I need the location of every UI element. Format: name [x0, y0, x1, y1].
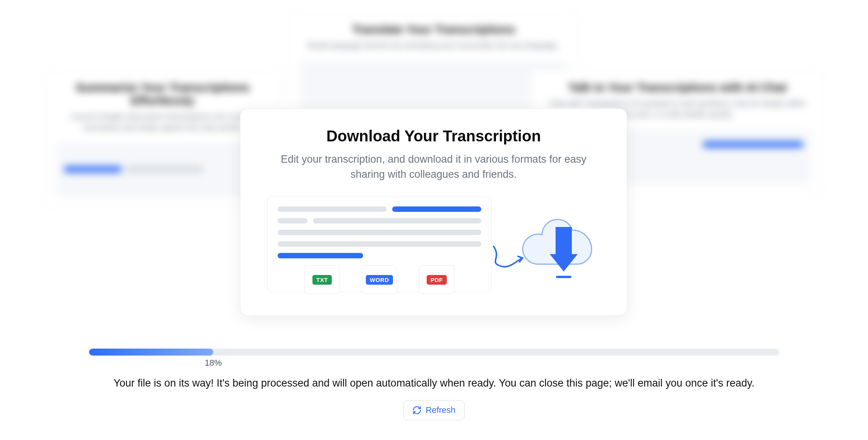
- format-word: WORD: [362, 265, 397, 294]
- refresh-icon: [412, 406, 422, 415]
- format-label: WORD: [366, 275, 393, 285]
- svg-rect-1: [556, 276, 571, 278]
- progress-bar-fill: [89, 349, 213, 356]
- bg-card-desc: Break language barriers by translating y…: [300, 40, 567, 51]
- card-title: Download Your Transcription: [264, 127, 604, 145]
- card-illustration: TXT WORD PDF: [264, 196, 604, 292]
- cloud-download-icon: [519, 196, 604, 281]
- document-preview-illustration: TXT WORD PDF: [267, 196, 492, 292]
- format-badges: TXT WORD PDF: [268, 265, 491, 294]
- progress-section: 18% Your file is on its way! It's being …: [89, 349, 779, 420]
- refresh-button-label: Refresh: [425, 405, 455, 415]
- download-arrow-and-cloud: [496, 196, 600, 289]
- format-label: PDF: [427, 275, 447, 285]
- refresh-button[interactable]: Refresh: [403, 400, 464, 420]
- progress-percent-label: 18%: [205, 358, 222, 368]
- bg-card-title: Summarize Your Transcriptions Effortless…: [56, 81, 269, 107]
- status-message: Your file is on its way! It's being proc…: [89, 377, 779, 389]
- format-label: TXT: [312, 275, 332, 285]
- progress-bar: [89, 349, 779, 356]
- svg-rect-0: [556, 227, 572, 254]
- download-card: Download Your Transcription Edit your tr…: [240, 108, 627, 316]
- card-subtitle: Edit your transcription, and download it…: [281, 152, 587, 182]
- format-txt: TXT: [304, 265, 340, 294]
- bg-card-title: Talk to Your Transcriptions with AI Chat: [544, 81, 811, 94]
- bg-card-desc: Convert lengthy discussion transcription…: [56, 111, 269, 133]
- bg-card-title: Translate Your Transcriptions: [300, 23, 567, 36]
- format-pdf: PDF: [419, 265, 455, 294]
